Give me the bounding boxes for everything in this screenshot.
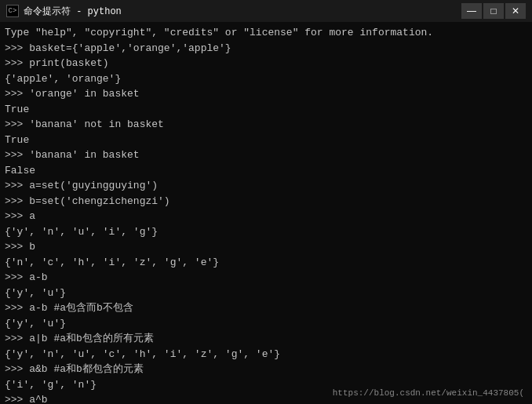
watermark: https://blog.csdn.net/weixin_4437805( [333, 387, 524, 400]
app-icon: C> [6, 5, 19, 17]
maximize-button[interactable]: □ [483, 3, 504, 19]
close-button[interactable]: ✕ [505, 3, 526, 19]
terminal-output[interactable]: Type "help", "copyright", "credits" or "… [0, 22, 532, 404]
window-title: 命令提示符 - python [24, 5, 122, 18]
terminal-text: Type "help", "copyright", "credits" or "… [5, 25, 527, 404]
window-controls: — □ ✕ [461, 3, 526, 19]
title-bar-left: C> 命令提示符 - python [6, 5, 122, 18]
title-bar: C> 命令提示符 - python — □ ✕ [0, 0, 532, 22]
minimize-button[interactable]: — [461, 3, 482, 19]
